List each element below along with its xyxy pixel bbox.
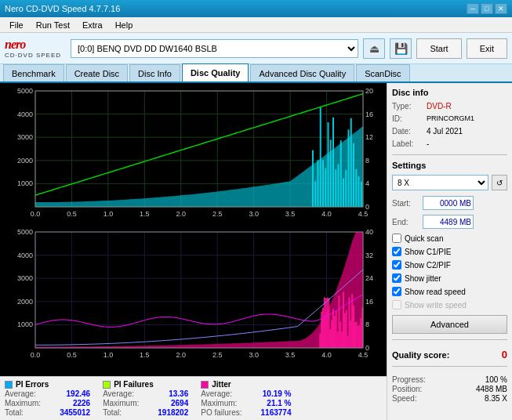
disc-id-value: PRINCORGM1 [427, 114, 474, 123]
quality-score-label: Quality score: [392, 350, 449, 360]
nero-logo-bottom: CD·DVD SPEED [5, 52, 61, 59]
pi-failures-group: PI Failures Average: 13.36 Maximum: 2694… [103, 380, 188, 417]
disc-type-row: Type: DVD-R [392, 102, 507, 110]
quality-score-row: Quality score: 0 [392, 349, 507, 360]
pi-failures-max-label: Maximum: [103, 399, 139, 407]
pi-errors-avg-label: Average: [5, 389, 36, 398]
eject-button[interactable]: ⏏ [363, 38, 385, 59]
jitter-po-label: PO failures: [201, 408, 241, 417]
pi-errors-max-value: 2226 [47, 399, 90, 407]
show-c1pie-checkbox[interactable] [392, 247, 401, 256]
pi-failures-avg-label: Average: [103, 389, 134, 398]
speed-value: 8.35 X [485, 394, 507, 403]
tab-disc-quality[interactable]: Disc Quality [182, 63, 249, 81]
start-button[interactable]: Start [416, 38, 461, 59]
drive-select[interactable]: [0:0] BENQ DVD DD DW1640 BSLB [71, 39, 358, 58]
start-input[interactable] [423, 196, 474, 210]
disc-id-row: ID: PRINCORGM1 [392, 114, 507, 123]
progress-label: Progress: [392, 375, 426, 384]
jitter-color [201, 381, 209, 389]
quick-scan-checkbox[interactable] [392, 234, 401, 243]
chart-top [0, 83, 387, 224]
show-read-speed-checkbox[interactable] [392, 287, 401, 296]
tab-create-disc[interactable]: Create Disc [66, 64, 128, 81]
pi-errors-total-label: Total: [5, 408, 24, 417]
divider-3 [392, 366, 507, 367]
tab-advanced-disc-quality[interactable]: Advanced Disc Quality [250, 64, 354, 81]
pi-errors-total-value: 3455012 [47, 408, 90, 417]
show-c2pif-label[interactable]: Show C2/PIF [405, 261, 451, 270]
jitter-po-value: 1163774 [249, 408, 292, 417]
disc-id-label: ID: [392, 114, 423, 123]
show-write-speed-checkbox[interactable] [392, 300, 401, 310]
close-button[interactable]: ✕ [495, 3, 507, 14]
start-input-row: Start: [392, 196, 507, 210]
position-label: Position: [392, 385, 422, 393]
minimize-button[interactable]: ─ [467, 3, 479, 14]
speed-row: 8 X ↺ [392, 175, 507, 190]
show-c1pie-label[interactable]: Show C1/PIE [405, 248, 451, 256]
jitter-label: Jitter [212, 380, 231, 389]
start-label: Start: [392, 199, 419, 208]
menu-file[interactable]: File [3, 19, 30, 31]
quick-scan-row[interactable]: Quick scan [392, 234, 507, 243]
show-c2-pif-row[interactable]: Show C2/PIF [392, 260, 507, 270]
divider-1 [392, 154, 507, 155]
speed-select[interactable]: 8 X [392, 175, 488, 190]
main-content: PI Errors Average: 192.46 Maximum: 2226 … [0, 83, 512, 420]
position-row: Position: 4488 MB [392, 385, 507, 393]
maximize-button[interactable]: □ [481, 3, 493, 14]
show-read-speed-row[interactable]: Show read speed [392, 287, 507, 296]
disc-date-row: Date: 4 Jul 2021 [392, 127, 507, 136]
quick-scan-label[interactable]: Quick scan [405, 234, 443, 243]
pi-failures-total-label: Total: [103, 408, 122, 417]
speed-row: Speed: 8.35 X [392, 394, 507, 403]
end-input[interactable] [423, 215, 474, 229]
disc-label-row: Label: - [392, 139, 507, 148]
chart-bottom [0, 224, 387, 365]
pi-errors-group: PI Errors Average: 192.46 Maximum: 2226 … [5, 380, 90, 417]
jitter-avg-value: 10.19 % [249, 389, 292, 398]
exit-button[interactable]: Exit [467, 38, 507, 59]
progress-row: Progress: 100 % [392, 375, 507, 384]
show-jitter-row[interactable]: Show jitter [392, 273, 507, 283]
pi-failures-max-value: 2694 [145, 399, 188, 407]
menu-extra[interactable]: Extra [76, 19, 109, 31]
show-c1-pie-row[interactable]: Show C1/PIE [392, 247, 507, 256]
show-jitter-checkbox[interactable] [392, 273, 401, 283]
save-button[interactable]: 💾 [390, 38, 412, 59]
tab-disc-info[interactable]: Disc Info [129, 64, 180, 81]
show-jitter-label[interactable]: Show jitter [405, 274, 441, 283]
position-value: 4488 MB [476, 385, 507, 393]
menu-run-test[interactable]: Run Test [30, 19, 76, 31]
advanced-button[interactable]: Advanced [392, 315, 507, 334]
refresh-button[interactable]: ↺ [492, 175, 507, 190]
nero-logo-top: nero [5, 38, 25, 52]
menu-help[interactable]: Help [109, 19, 140, 31]
progress-section: Progress: 100 % Position: 4488 MB Speed:… [392, 375, 507, 404]
disc-label-label: Label: [392, 139, 423, 148]
quality-score-value: 0 [502, 349, 507, 360]
tab-scandisc[interactable]: ScanDisc [356, 64, 409, 81]
title-bar: Nero CD-DVD Speed 4.7.7.16 ─ □ ✕ [0, 0, 512, 17]
end-input-row: End: [392, 215, 507, 229]
stats-bar: PI Errors Average: 192.46 Maximum: 2226 … [0, 376, 387, 420]
disc-label-value: - [427, 139, 429, 148]
progress-value: 100 % [485, 375, 507, 384]
pi-failures-avg-value: 13.36 [145, 389, 188, 398]
settings-title: Settings [392, 161, 507, 170]
pi-failures-color [103, 381, 111, 389]
jitter-max-value: 21.1 % [249, 399, 292, 407]
pi-errors-label: PI Errors [16, 380, 49, 389]
menu-bar: File Run Test Extra Help [0, 17, 512, 33]
tab-benchmark[interactable]: Benchmark [3, 64, 64, 81]
show-c2pif-checkbox[interactable] [392, 260, 401, 270]
pi-errors-color [5, 381, 13, 389]
jitter-group: Jitter Average: 10.19 % Maximum: 21.1 % … [201, 380, 291, 417]
show-read-speed-label[interactable]: Show read speed [405, 288, 466, 296]
right-panel: Disc info Type: DVD-R ID: PRINCORGM1 Dat… [387, 83, 512, 420]
pi-failures-label: PI Failures [114, 380, 154, 389]
disc-info-title: Disc info [392, 88, 507, 97]
show-write-speed-row: Show write speed [392, 300, 507, 310]
disc-type-value: DVD-R [427, 102, 452, 110]
